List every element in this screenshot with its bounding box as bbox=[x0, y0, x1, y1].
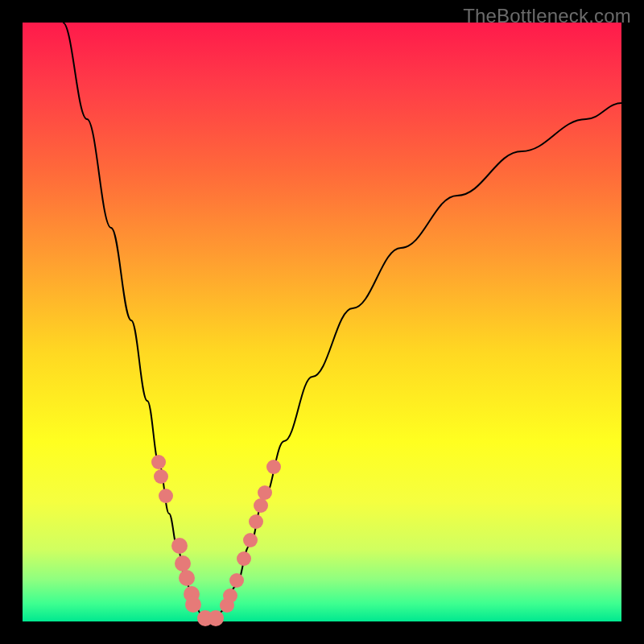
data-dot bbox=[179, 570, 195, 586]
data-dot bbox=[223, 588, 237, 603]
data-dot bbox=[266, 460, 281, 474]
data-dot bbox=[258, 485, 272, 500]
curve-left bbox=[63, 23, 209, 619]
data-dot bbox=[243, 533, 258, 547]
data-dot bbox=[254, 498, 268, 513]
data-dot bbox=[185, 597, 201, 613]
attribution-text: TheBottleneck.com bbox=[463, 5, 631, 27]
data-dot bbox=[151, 455, 166, 469]
curve-right bbox=[214, 103, 621, 619]
data-dot bbox=[171, 538, 188, 554]
data-dot bbox=[154, 469, 168, 484]
data-dot bbox=[249, 514, 263, 529]
data-dots-group bbox=[151, 455, 281, 626]
data-dot bbox=[208, 610, 224, 626]
plot-frame bbox=[23, 23, 621, 621]
data-dot bbox=[159, 489, 173, 503]
data-dot bbox=[229, 573, 244, 588]
chart-svg bbox=[23, 23, 621, 621]
data-dot bbox=[237, 551, 251, 566]
data-dot bbox=[175, 555, 191, 572]
